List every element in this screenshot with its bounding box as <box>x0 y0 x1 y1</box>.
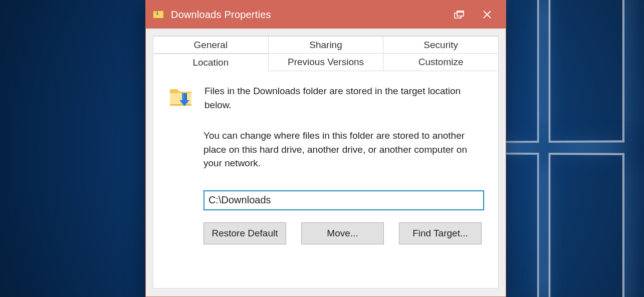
properties-window: Downloads Properties General Sharing Sec… <box>145 0 506 297</box>
tab-security[interactable]: Security <box>383 36 498 54</box>
intro-text: Files in the Downloads folder are stored… <box>204 84 483 112</box>
tab-customize[interactable]: Customize <box>383 54 498 71</box>
explain-text: You can change where files in this folde… <box>203 129 483 170</box>
window-title: Downloads Properties <box>171 9 271 21</box>
restore-window-icon[interactable] <box>446 1 473 29</box>
restore-default-button[interactable]: Restore Default <box>203 222 286 244</box>
tab-strip: General Sharing Security Location Previo… <box>153 36 498 71</box>
titlebar[interactable]: Downloads Properties <box>146 1 506 29</box>
tab-general[interactable]: General <box>153 36 269 54</box>
folder-download-large-icon <box>168 84 193 108</box>
folder-download-icon <box>153 9 164 20</box>
move-button[interactable]: Move... <box>301 222 384 244</box>
content-frame: General Sharing Security Location Previo… <box>146 29 506 296</box>
svg-rect-8 <box>182 93 187 100</box>
tab-sharing[interactable]: Sharing <box>269 36 384 54</box>
path-input[interactable] <box>203 190 484 210</box>
find-target-button[interactable]: Find Target... <box>399 222 482 244</box>
close-button[interactable] <box>473 1 501 29</box>
tab-previous-versions[interactable]: Previous Versions <box>269 54 384 71</box>
location-panel: Files in the Downloads folder are stored… <box>153 71 498 254</box>
tab-location[interactable]: Location <box>153 54 269 71</box>
